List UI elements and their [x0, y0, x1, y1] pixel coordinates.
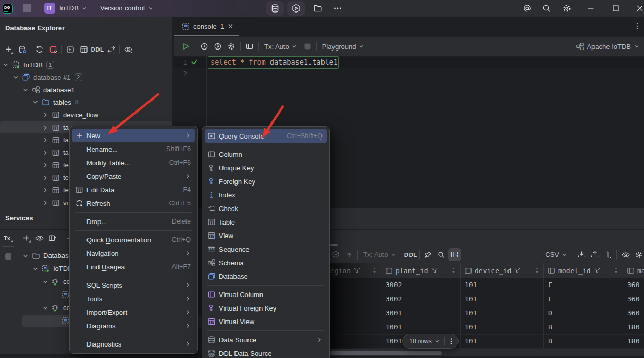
scrollbar-thumb[interactable] [330, 351, 442, 355]
cell-plant_id-row4[interactable]: 1001 [381, 320, 461, 335]
menu-item-database[interactable]: Database [205, 269, 327, 283]
funnel-icon[interactable] [593, 267, 601, 274]
toolwindow-toggle-database-cylinder[interactable] [266, 1, 284, 16]
cell-region-row2[interactable] [327, 292, 381, 306]
menu-item-virtual-foreign-key[interactable]: Virtual Foreign Key [205, 301, 327, 315]
menu-item-edit-data[interactable]: Edit DataF4 [72, 183, 195, 196]
horizontal-scrollbar[interactable] [327, 351, 644, 356]
tab-console-1[interactable]: console_1 [174, 17, 240, 35]
cell-device_id-row3[interactable]: 101 [461, 306, 544, 320]
pin-tab-icon[interactable] [422, 248, 435, 261]
sort-icon[interactable] [614, 267, 618, 274]
cell-plant_id-row1[interactable]: 3002 [381, 278, 461, 292]
chevron-right-icon[interactable] [41, 199, 49, 206]
tree-item-database #1[interactable]: database #12 [0, 71, 172, 83]
history-clock-icon[interactable] [197, 40, 211, 53]
cell-ma-row3[interactable]: 360 [623, 306, 644, 320]
menu-item-sql-scripts[interactable]: SQL Scripts [72, 278, 195, 292]
minimize-button[interactable] [581, 0, 600, 17]
menu-item-sequence[interactable]: 123Sequence [205, 242, 327, 256]
open-table-button[interactable] [77, 43, 91, 56]
cell-region-row4[interactable] [327, 320, 381, 335]
row-pager[interactable]: 18 rows [402, 334, 459, 349]
menu-item-navigation[interactable]: Navigation [72, 246, 195, 260]
compare-icon[interactable] [601, 248, 614, 261]
close-icon[interactable] [228, 23, 233, 29]
funnel-icon[interactable] [353, 267, 361, 274]
project-selector[interactable]: IT IoTDB [44, 3, 88, 14]
menu-item-drop[interactable]: Drop...Delete [72, 215, 195, 228]
menu-item-view[interactable]: View [205, 229, 327, 242]
column-filter-icon[interactable] [448, 248, 461, 261]
tx-mode-combo[interactable]: Tx: Auto [261, 43, 301, 51]
cell-model_id-row4[interactable]: B [544, 320, 623, 335]
cell-ma-row2[interactable]: 360 [623, 292, 644, 306]
menu-item-tools[interactable]: Tools [72, 292, 195, 305]
datagrip-logo[interactable]: DG [3, 4, 13, 14]
menu-item-schema[interactable]: Schema [205, 256, 327, 269]
dialect-chooser[interactable]: Apache IoTDB [576, 37, 640, 56]
cell-region-row5[interactable] [327, 335, 381, 349]
jump-console-button[interactable] [64, 43, 77, 56]
search-icon[interactable] [435, 248, 448, 261]
eye-button[interactable] [121, 43, 135, 56]
cell-plant_id-row3[interactable]: 3001 [381, 306, 461, 320]
cell-region-row3[interactable] [327, 306, 381, 320]
sort-icon[interactable] [535, 267, 539, 274]
chevron-right-icon[interactable] [41, 111, 49, 118]
menu-item-check[interactable]: Check [205, 202, 327, 215]
menu-item-index[interactable]: Index [205, 188, 327, 202]
settings-gear-icon[interactable] [225, 40, 238, 53]
menu-item-import-export[interactable]: Import/Export [72, 305, 195, 319]
search-button[interactable] [537, 0, 556, 17]
plus-dropdown-button[interactable] [2, 43, 16, 56]
chevron-down-icon[interactable] [41, 304, 49, 312]
result-grid[interactable]: regionplant_iddevice_idmodel_idma 300230… [327, 263, 644, 349]
chevron-down-icon[interactable] [2, 61, 10, 68]
column-header-model_id[interactable]: model_id [544, 263, 623, 278]
chevron-right-icon[interactable] [41, 137, 49, 144]
plus-dropdown-button[interactable] [20, 232, 33, 245]
column-header-ma[interactable]: ma [623, 263, 644, 278]
run-icon[interactable] [179, 40, 193, 53]
maximize-button[interactable] [606, 0, 625, 17]
ddl-button[interactable]: DDL [404, 248, 417, 261]
funnel-icon[interactable] [514, 267, 521, 274]
chevron-down-icon[interactable] [21, 252, 30, 260]
cell-model_id-row1[interactable]: F [544, 278, 623, 292]
cell-device_id-row1[interactable]: 101 [461, 278, 544, 292]
menu-item-column[interactable]: Column [205, 147, 327, 161]
menu-item-diagrams[interactable]: Diagrams [72, 319, 195, 332]
menu-item-diagnostics[interactable]: Diagnostics [72, 337, 195, 351]
export-format-combo[interactable]: CSV [542, 251, 571, 258]
chevron-right-icon[interactable] [41, 174, 49, 181]
menu-item-find-usages[interactable]: Find UsagesAlt+F7 [72, 260, 195, 274]
tx-toggle-button[interactable]: Tx [2, 231, 15, 245]
cell-plant_id-row2[interactable]: 3002 [381, 292, 461, 306]
in-editor-results-icon[interactable] [243, 40, 256, 53]
menu-item-foreign-key[interactable]: Foreign Key [205, 175, 327, 188]
sort-icon[interactable] [451, 267, 456, 274]
menu-item-query-console[interactable]: Query ConsoleCtrl+Shift+Q [205, 129, 327, 143]
tree-item-IoTDB[interactable]: IoTDB1 [0, 58, 172, 71]
view-options-eye-icon[interactable] [619, 248, 632, 261]
sort-icon[interactable] [372, 267, 377, 274]
cell-model_id-row2[interactable]: F [544, 292, 623, 306]
disconnect-button[interactable] [46, 43, 60, 56]
menu-item-virtual-column[interactable]: Virtual Column [205, 288, 327, 301]
menu-item-virtual-view[interactable]: Virtual View [205, 315, 327, 328]
menu-item-unique-key[interactable]: Unique Key [205, 161, 327, 175]
export-icon[interactable] [588, 248, 601, 261]
cell-ma-row1[interactable]: 360 [623, 278, 644, 292]
chevron-right-icon[interactable] [41, 124, 49, 131]
menu-item-refresh[interactable]: RefreshCtrl+F5 [72, 196, 195, 210]
menu-item-modify-table[interactable]: Modify Table...Ctrl+F6 [72, 156, 195, 169]
chevron-down-icon[interactable] [41, 278, 49, 286]
menu-item-rename[interactable]: Rename...Shift+F6 [72, 142, 195, 156]
ddl-label[interactable]: DDL [91, 43, 104, 56]
settings-gear-button[interactable] [558, 0, 576, 17]
chevron-down-icon[interactable] [31, 265, 40, 273]
toolwindow-toggle-services-hexagon-play[interactable] [287, 1, 305, 16]
chevron-right-icon[interactable] [41, 162, 49, 169]
pager-more-kebab-icon[interactable] [448, 337, 455, 345]
